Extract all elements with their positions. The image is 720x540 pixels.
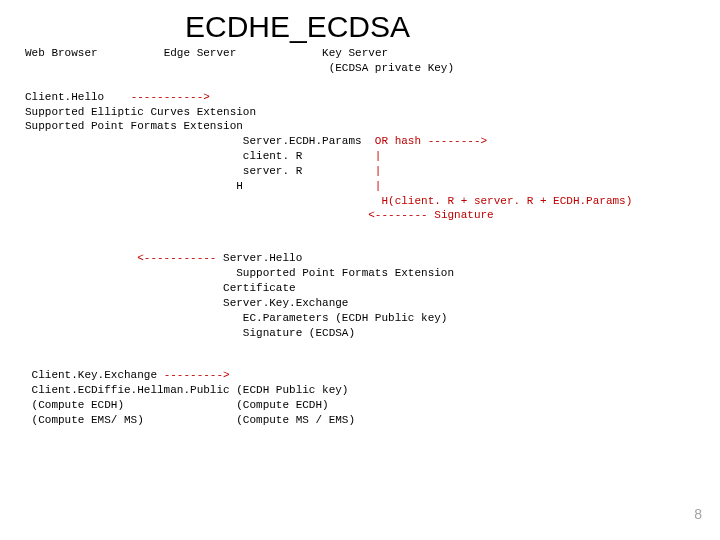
b2-l5: EC.Parameters (ECDH Public key) bbox=[25, 311, 700, 326]
b1-l7: H | bbox=[25, 179, 700, 194]
col-key-sub: (ECDSA private Key) bbox=[329, 62, 454, 74]
b3-l4: (Compute EMS/ MS) (Compute MS / EMS) bbox=[25, 413, 700, 428]
col-browser: Web Browser bbox=[25, 47, 98, 59]
b2-l6: Signature (ECDSA) bbox=[25, 326, 700, 341]
b2-l1: <----------- Server.Hello bbox=[25, 251, 700, 266]
hash-expr: H(client. R + server. R + ECDH.Params) bbox=[381, 195, 632, 207]
arrow-left-icon: <----------- bbox=[137, 252, 216, 264]
b1-l5: client. R | bbox=[25, 149, 700, 164]
b1-l6: server. R | bbox=[25, 164, 700, 179]
page-number: 8 bbox=[694, 506, 702, 522]
col-edge: Edge Server bbox=[164, 47, 237, 59]
b3-l3: (Compute ECDH) (Compute ECDH) bbox=[25, 398, 700, 413]
b1-l2: Supported Elliptic Curves Extension bbox=[25, 105, 700, 120]
b2-l3: Certificate bbox=[25, 281, 700, 296]
b1-l8: H(client. R + server. R + ECDH.Params) bbox=[25, 194, 700, 209]
sig-arrow: <-------- Signature bbox=[368, 209, 493, 221]
header-row-2: (ECDSA private Key) bbox=[25, 61, 700, 76]
b1-l3: Supported Point Formats Extension bbox=[25, 119, 700, 134]
col-key: Key Server bbox=[322, 47, 388, 59]
arrow-right-icon: -----------> bbox=[131, 91, 210, 103]
page-title: ECDHE_ECDSA bbox=[185, 10, 700, 44]
arrow-right-icon: ---------> bbox=[164, 369, 230, 381]
b1-l9: <-------- Signature bbox=[25, 208, 700, 223]
b3-l1: Client.Key.Exchange ---------> bbox=[25, 368, 700, 383]
hash-arrow: OR hash --------> bbox=[375, 135, 487, 147]
b2-l2: Supported Point Formats Extension bbox=[25, 266, 700, 281]
b3-l2: Client.ECDiffie.Hellman.Public (ECDH Pub… bbox=[25, 383, 700, 398]
b2-l4: Server.Key.Exchange bbox=[25, 296, 700, 311]
b1-l4: Server.ECDH.Params OR hash --------> bbox=[25, 134, 700, 149]
header-row-1: Web Browser Edge Server Key Server bbox=[25, 46, 700, 61]
b1-l1: Client.Hello -----------> bbox=[25, 90, 700, 105]
